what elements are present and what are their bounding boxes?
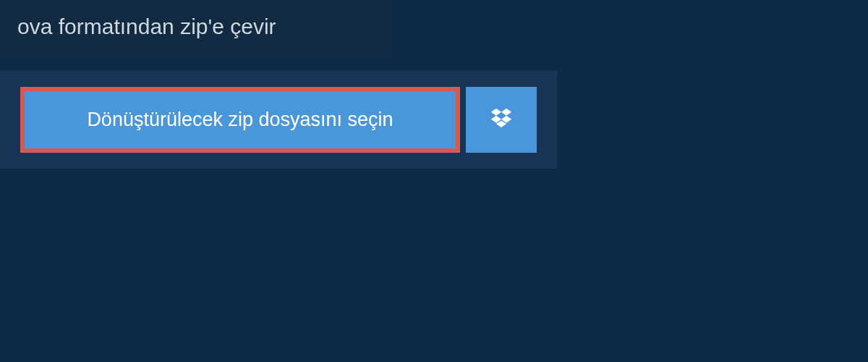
page-title: ova formatından zip'e çevir — [17, 14, 276, 38]
page-title-tab: ova formatından zip'e çevir — [0, 0, 393, 54]
file-select-panel: Dönüştürülecek zip dosyasını seçin — [0, 71, 557, 169]
select-file-button[interactable]: Dönüştürülecek zip dosyasını seçin — [20, 87, 460, 153]
select-file-label: Dönüştürülecek zip dosyasını seçin — [87, 109, 393, 131]
dropbox-icon — [489, 106, 514, 134]
dropbox-button[interactable] — [466, 87, 537, 153]
